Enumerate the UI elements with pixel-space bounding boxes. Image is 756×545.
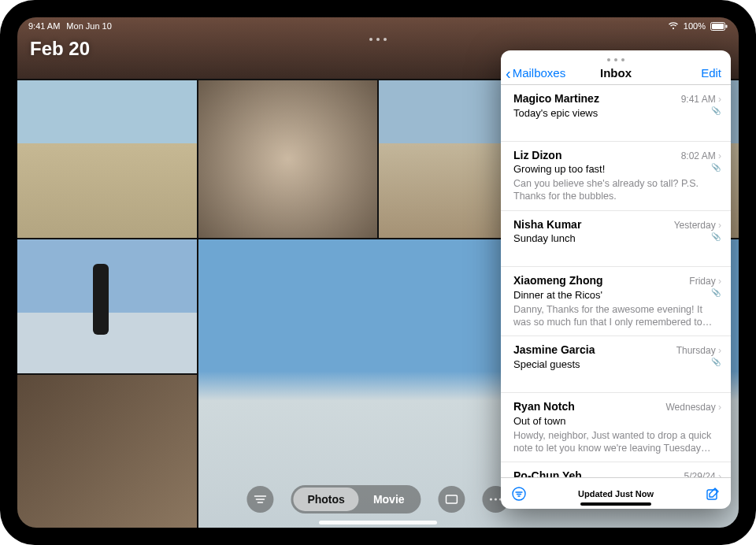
sender: Ryan Notch [513,399,575,413]
mail-message[interactable]: Magico Martinez9:41 AM📎Today's epic view… [501,85,731,142]
svg-rect-1 [712,24,724,29]
subject: Sunday lunch [513,232,721,246]
attachment-icon: 📎 [711,287,721,298]
mail-message[interactable]: Po-Chun Yeh5/29/24Lunch call? [501,462,731,477]
mail-message[interactable]: Ryan NotchWednesdayOut of townHowdy, nei… [501,393,731,462]
svg-point-5 [495,498,497,500]
slideover-grabber-icon[interactable] [607,58,624,61]
timestamp: Friday [689,276,721,288]
sender: Po-Chun Yeh [513,469,582,477]
seg-movie[interactable]: Movie [359,488,419,511]
preview [513,120,721,133]
ipad-frame: 9:41 AM Mon Jun 10 100% Feb 20 [0,0,756,545]
preview: Can you believe she's already so tall? P… [513,177,721,203]
mail-list[interactable]: Magico Martinez9:41 AM📎Today's epic view… [501,85,731,477]
multitasking-dots-icon[interactable] [369,38,387,41]
back-label: Mailboxes [513,66,566,80]
chevron-left-icon: ‹ [506,68,511,79]
mailboxes-back-button[interactable]: ‹ Mailboxes [506,66,565,80]
mail-slideover[interactable]: ‹ Mailboxes Inbox Edit Magico Martinez9:… [501,50,731,509]
sender: Jasmine Garcia [513,343,595,357]
sender: Magico Martinez [513,91,599,106]
screen: 9:41 AM Mon Jun 10 100% Feb 20 [17,17,739,528]
photos-toolbar: Photos Movie [246,485,509,513]
mail-message[interactable]: Xiaomeng ZhongFriday📎Dinner at the Ricos… [501,267,731,336]
attachment-icon: 📎 [711,106,721,116]
mail-message[interactable]: Nisha KumarYesterday📎Sunday lunch [501,211,731,268]
timestamp: 8:02 AM [681,150,721,163]
preview: Howdy, neighbor, Just wanted to drop a q… [513,429,721,455]
svg-point-4 [490,498,492,500]
preview [513,373,721,385]
battery-pct: 100% [684,21,706,31]
compose-icon[interactable] [706,487,720,501]
aspect-button[interactable] [439,486,465,513]
wifi-icon [668,22,679,30]
mail-message[interactable]: Jasmine GarciaThursday📎Special guests [501,336,731,393]
svg-rect-2 [726,24,728,28]
sender: Nisha Kumar [513,217,581,232]
filter-button[interactable] [246,486,273,513]
photo-thumbnail[interactable] [198,80,378,238]
timestamp: Wednesday [666,402,722,414]
subject: Growing up too fast! [513,163,721,176]
timestamp: Yesterday [674,220,721,232]
attachment-icon: 📎 [711,162,721,172]
photo-thumbnail[interactable] [17,80,197,238]
battery-icon [710,22,728,31]
status-time: 9:41 AM [28,21,60,31]
timestamp: Thursday [676,345,721,358]
subject: Out of town [513,415,721,428]
edit-button[interactable]: Edit [701,66,721,80]
mail-message[interactable]: Liz Dizon8:02 AM📎Growing up too fast!Can… [501,142,731,211]
mail-toolbar: Updated Just Now [501,477,731,509]
photos-date-heading: Feb 20 [30,38,90,60]
view-mode-segment: Photos Movie [291,485,421,513]
subject: Special guests [513,358,721,372]
photo-thumbnail[interactable] [17,375,197,528]
subject: Today's epic views [513,107,721,120]
mail-navbar: ‹ Mailboxes Inbox Edit [501,50,731,85]
sender: Xiaomeng Zhong [513,273,603,287]
subject: Dinner at the Ricos' [513,289,721,302]
attachment-icon: 📎 [711,357,721,367]
seg-photos[interactable]: Photos [293,488,358,511]
timestamp: 5/29/24 [684,471,721,477]
photo-thumbnail[interactable] [17,239,197,373]
attachment-icon: 📎 [711,232,721,242]
preview: Danny, Thanks for the awesome evening! I… [513,303,721,329]
sender: Liz Dizon [513,148,561,162]
svg-rect-3 [447,495,458,503]
status-date: Mon Jun 10 [66,21,111,31]
slideover-home-indicator[interactable] [580,502,651,506]
mail-status: Updated Just Now [501,489,731,499]
filter-icon[interactable] [512,487,526,501]
preview [513,247,721,259]
status-bar: 9:41 AM Mon Jun 10 100% [17,17,739,35]
home-indicator[interactable] [319,521,437,525]
timestamp: 9:41 AM [681,94,721,106]
